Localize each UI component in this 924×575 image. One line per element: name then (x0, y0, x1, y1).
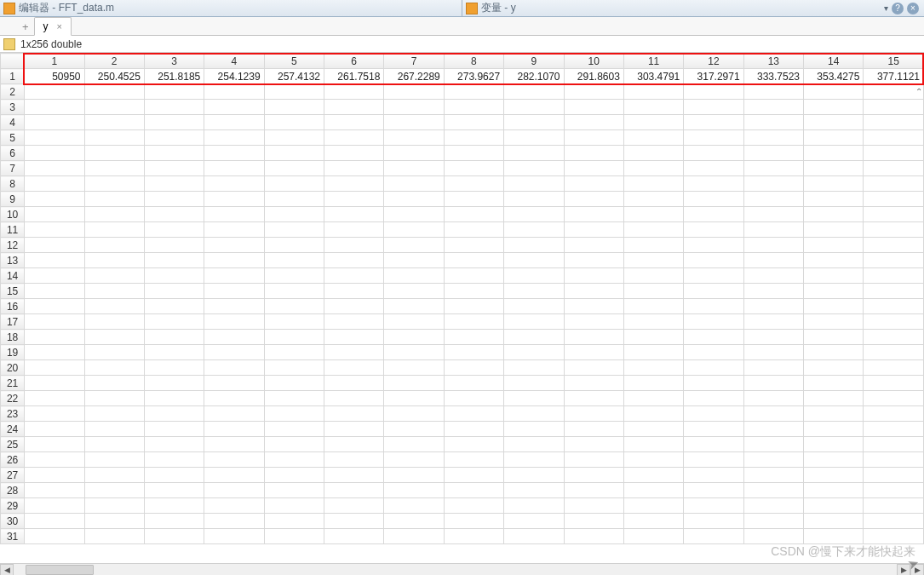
cell[interactable] (864, 146, 924, 161)
cell[interactable] (444, 299, 503, 314)
cell[interactable] (144, 299, 204, 314)
cell[interactable] (684, 284, 743, 299)
column-header[interactable]: 4 (204, 54, 264, 69)
cell[interactable] (204, 100, 264, 115)
cell[interactable] (804, 330, 864, 345)
column-header[interactable]: 11 (623, 54, 683, 69)
cell[interactable]: 377.1121 (864, 69, 924, 84)
column-header[interactable]: 8 (444, 54, 503, 69)
cell[interactable] (25, 376, 84, 391)
cell[interactable] (864, 468, 924, 483)
cell[interactable] (144, 468, 204, 483)
cell[interactable] (84, 345, 144, 360)
cell[interactable] (204, 222, 264, 238)
cell[interactable] (25, 514, 84, 529)
cell[interactable] (564, 284, 623, 299)
cell[interactable] (384, 406, 444, 422)
cell[interactable] (804, 161, 864, 176)
cell[interactable] (804, 222, 864, 238)
cell[interactable] (564, 514, 623, 529)
cell[interactable] (684, 115, 743, 130)
cell[interactable] (84, 437, 144, 452)
cell[interactable] (623, 238, 683, 253)
cell[interactable] (444, 391, 503, 406)
cell[interactable] (324, 330, 384, 345)
cell[interactable] (623, 253, 683, 268)
cell[interactable] (743, 130, 803, 146)
cell[interactable] (444, 146, 503, 161)
cell[interactable] (384, 238, 444, 253)
cell[interactable] (564, 498, 623, 514)
cell[interactable] (864, 253, 924, 268)
cell[interactable] (684, 253, 743, 268)
cell[interactable] (444, 130, 503, 146)
cell[interactable] (864, 437, 924, 452)
cell[interactable] (384, 176, 444, 192)
cell[interactable] (564, 161, 623, 176)
cell[interactable] (564, 437, 623, 452)
row-header[interactable]: 17 (1, 314, 25, 330)
cell[interactable] (25, 391, 84, 406)
column-header[interactable]: 5 (264, 54, 324, 69)
cell[interactable] (864, 406, 924, 422)
help-button[interactable]: ? (892, 3, 904, 14)
cell[interactable] (84, 130, 144, 146)
cell[interactable] (444, 207, 503, 222)
cell[interactable] (804, 452, 864, 468)
cell[interactable]: 254.1239 (204, 69, 264, 84)
cell[interactable] (684, 222, 743, 238)
cell[interactable] (144, 437, 204, 452)
cell[interactable] (564, 299, 623, 314)
row-header[interactable]: 25 (1, 437, 25, 452)
cell[interactable] (623, 468, 683, 483)
cell[interactable] (444, 222, 503, 238)
cell[interactable] (504, 192, 564, 207)
cell[interactable] (384, 146, 444, 161)
cell[interactable] (444, 422, 503, 437)
cell[interactable] (743, 238, 803, 253)
cell[interactable] (623, 330, 683, 345)
cell[interactable] (864, 268, 924, 284)
cell[interactable] (864, 376, 924, 391)
cell[interactable] (684, 529, 743, 544)
cell[interactable] (864, 529, 924, 544)
cell[interactable] (84, 330, 144, 345)
cell[interactable] (384, 376, 444, 391)
row-header[interactable]: 20 (1, 360, 25, 376)
cell[interactable] (804, 238, 864, 253)
cell[interactable] (324, 391, 384, 406)
cell[interactable] (684, 84, 743, 100)
row-header[interactable]: 29 (1, 498, 25, 514)
cell[interactable] (504, 299, 564, 314)
cell[interactable] (324, 498, 384, 514)
chevron-down-icon[interactable]: ▾ (884, 3, 888, 13)
cell[interactable] (804, 345, 864, 360)
scroll-up-icon[interactable]: ⌃ (915, 87, 922, 96)
cell[interactable] (564, 146, 623, 161)
cell[interactable] (384, 253, 444, 268)
cell[interactable] (623, 514, 683, 529)
cell[interactable] (444, 514, 503, 529)
cell[interactable] (384, 498, 444, 514)
cell[interactable] (25, 468, 84, 483)
cell[interactable] (804, 84, 864, 100)
cell[interactable] (324, 130, 384, 146)
cell[interactable] (684, 130, 743, 146)
cell[interactable] (264, 330, 324, 345)
cell[interactable] (264, 84, 324, 100)
cell[interactable] (84, 360, 144, 376)
cell[interactable] (743, 299, 803, 314)
cell[interactable] (25, 437, 84, 452)
cell[interactable] (504, 452, 564, 468)
cell[interactable] (84, 483, 144, 498)
cell[interactable] (324, 284, 384, 299)
cell[interactable] (504, 406, 564, 422)
cell[interactable] (684, 452, 743, 468)
cell[interactable] (804, 268, 864, 284)
cell[interactable] (84, 192, 144, 207)
cell[interactable] (864, 299, 924, 314)
cell[interactable] (623, 452, 683, 468)
cell[interactable] (623, 146, 683, 161)
scrollbar-thumb[interactable] (26, 565, 94, 575)
cell[interactable] (804, 115, 864, 130)
